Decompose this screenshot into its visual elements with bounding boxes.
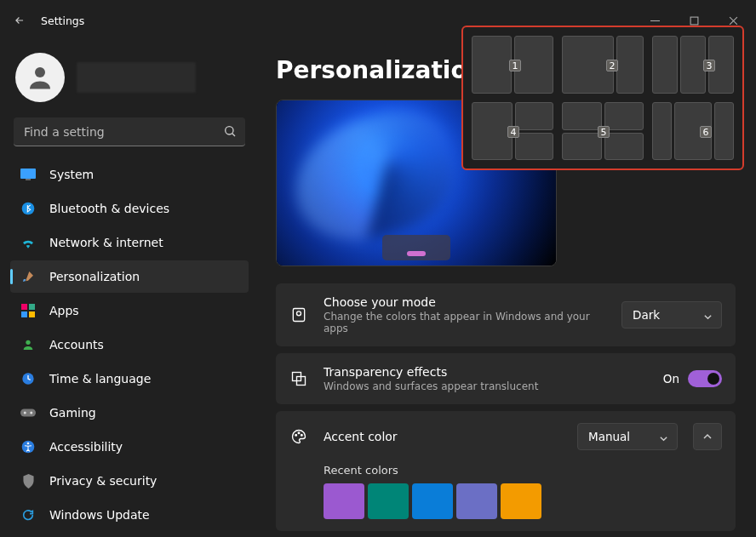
mode-subtitle: Change the colors that appear in Windows…: [324, 311, 606, 334]
mode-select[interactable]: Dark: [621, 301, 722, 328]
svg-point-21: [295, 435, 297, 437]
nav-label: Personalization: [49, 270, 140, 283]
apps-icon: [20, 303, 36, 318]
transparency-title: Transparency effects: [324, 365, 648, 379]
svg-rect-8: [21, 311, 27, 317]
mode-title: Choose your mode: [324, 295, 606, 309]
svg-point-2: [226, 127, 233, 134]
svg-point-10: [26, 340, 30, 345]
nav-label: Bluetooth & devices: [49, 202, 169, 215]
search-icon: [223, 124, 237, 141]
nav-system[interactable]: System: [10, 158, 249, 191]
profile-name-redacted: [77, 62, 196, 93]
palette-icon: [289, 427, 308, 446]
chevron-down-icon: [659, 432, 668, 446]
nav-time-language[interactable]: Time & language: [10, 363, 249, 395]
sidebar: System Bluetooth & devices Network & int…: [0, 41, 255, 537]
color-swatch[interactable]: [368, 483, 409, 519]
svg-rect-0: [690, 17, 698, 25]
nav-network[interactable]: Network & internet: [10, 226, 249, 259]
nav-label: Gaming: [49, 406, 96, 420]
snap-layout-5[interactable]: 5: [562, 102, 644, 160]
svg-point-18: [297, 311, 301, 316]
svg-point-23: [301, 435, 303, 437]
nav: System Bluetooth & devices Network & int…: [10, 158, 249, 531]
snap-layout-1[interactable]: 1: [472, 36, 553, 94]
snap-layout-4[interactable]: 4: [472, 102, 553, 160]
nav-privacy[interactable]: Privacy & security: [10, 465, 249, 497]
snap-layout-6[interactable]: 6: [652, 102, 734, 160]
transparency-toggle[interactable]: [688, 370, 722, 387]
svg-rect-6: [21, 304, 27, 310]
svg-rect-4: [26, 179, 31, 180]
bluetooth-icon: [20, 201, 36, 216]
window-title: Settings: [41, 14, 84, 27]
person-icon: [20, 337, 36, 352]
nav-accounts[interactable]: Accounts: [10, 328, 249, 361]
back-button[interactable]: [3, 4, 36, 37]
nav-label: Accounts: [49, 338, 104, 351]
nav-label: Network & internet: [49, 236, 163, 249]
paintbrush-icon: [20, 269, 36, 284]
profile-header[interactable]: [10, 41, 249, 117]
nav-bluetooth[interactable]: Bluetooth & devices: [10, 192, 249, 225]
snap-layouts-flyout: 1 2 3 4 5 6: [461, 26, 744, 170]
transparency-card: Transparency effects Windows and surface…: [276, 353, 736, 404]
svg-rect-17: [293, 309, 304, 322]
color-swatch[interactable]: [501, 483, 541, 519]
transparency-icon: [289, 369, 308, 388]
search-box[interactable]: [14, 117, 245, 146]
search-input[interactable]: [14, 117, 245, 146]
svg-point-16: [27, 443, 30, 445]
accent-value: Manual: [588, 430, 630, 443]
recent-colors-label: Recent colors: [324, 464, 722, 477]
nav-personalization[interactable]: Personalization: [10, 260, 249, 293]
mode-card: Choose your mode Change the colors that …: [276, 283, 736, 346]
accent-title: Accent color: [324, 430, 562, 443]
accent-select[interactable]: Manual: [577, 423, 678, 450]
nav-label: Apps: [49, 304, 79, 317]
svg-rect-9: [29, 311, 35, 317]
nav-label: Privacy & security: [49, 474, 157, 488]
svg-rect-3: [20, 169, 36, 179]
transparency-state: On: [663, 372, 679, 386]
update-icon: [20, 507, 36, 523]
nav-accessibility[interactable]: Accessibility: [10, 431, 249, 463]
snap-layout-3[interactable]: 3: [652, 36, 734, 94]
color-swatch[interactable]: [456, 483, 497, 519]
chevron-down-icon: [703, 311, 713, 324]
avatar: [15, 53, 65, 102]
clock-globe-icon: [20, 371, 36, 386]
svg-point-5: [22, 203, 35, 215]
transparency-subtitle: Windows and surfaces appear translucent: [324, 380, 648, 392]
taskbar-preview: [382, 235, 450, 260]
nav-apps[interactable]: Apps: [10, 294, 249, 327]
wifi-icon: [20, 235, 36, 250]
svg-rect-7: [29, 304, 35, 310]
nav-label: System: [49, 168, 94, 181]
accent-card: Accent color Manual Recent colors: [276, 411, 736, 531]
mode-value: Dark: [633, 308, 660, 322]
svg-point-13: [24, 412, 26, 414]
color-swatch[interactable]: [324, 483, 364, 519]
recent-color-swatches: [324, 483, 722, 519]
display-icon: [20, 167, 36, 182]
mode-icon: [289, 306, 308, 324]
svg-point-22: [298, 432, 300, 434]
svg-point-1: [35, 67, 45, 77]
nav-label: Windows Update: [49, 508, 150, 522]
snap-layout-2[interactable]: 2: [562, 36, 644, 94]
accent-expand-button[interactable]: [693, 423, 722, 450]
accessibility-icon: [20, 439, 36, 454]
svg-rect-12: [20, 409, 36, 417]
color-swatch[interactable]: [412, 483, 453, 519]
svg-point-14: [30, 412, 32, 414]
nav-gaming[interactable]: Gaming: [10, 397, 249, 429]
nav-label: Time & language: [49, 372, 151, 386]
shield-icon: [20, 473, 36, 488]
nav-label: Accessibility: [49, 440, 123, 454]
nav-windows-update[interactable]: Windows Update: [10, 499, 249, 531]
gaming-icon: [20, 405, 36, 420]
